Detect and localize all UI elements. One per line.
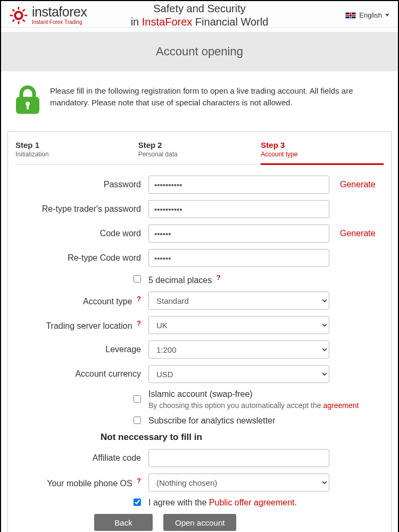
headline-line1: Safety and Security (153, 3, 245, 14)
public-offer-link[interactable]: Public offer agreement (209, 498, 295, 507)
brand-name: instaforex (32, 5, 87, 19)
help-mobile-os-icon[interactable]: ? (137, 477, 141, 485)
svg-rect-11 (27, 104, 29, 110)
step-sub: Initialization (15, 151, 138, 158)
islamic-agreement-link[interactable]: agreement (323, 401, 359, 410)
mobile-os-label: Your mobile phone OS (47, 479, 132, 488)
svg-rect-6 (12, 19, 15, 22)
svg-rect-8 (22, 19, 26, 22)
leverage-select[interactable]: 1:200 (148, 340, 329, 359)
decimal5-checkbox[interactable] (134, 275, 141, 282)
retype-codeword-input[interactable] (148, 249, 329, 267)
step-1[interactable]: Step 1 Initialization (15, 139, 138, 164)
agree-post: . (295, 498, 297, 507)
step-2[interactable]: Step 2 Personal data (138, 139, 261, 164)
account-type-label: Account type (83, 297, 132, 306)
svg-rect-4 (24, 14, 27, 16)
currency-select[interactable]: USD (148, 365, 329, 383)
page-title: Account opening (1, 32, 398, 71)
optional-section-heading: Not neccessary to fill in (101, 432, 384, 443)
account-type-select[interactable]: Standard (148, 292, 329, 310)
generate-codeword-link[interactable]: Generate (329, 229, 384, 238)
svg-rect-3 (10, 14, 13, 16)
svg-rect-2 (18, 21, 20, 23)
svg-rect-1 (18, 6, 20, 9)
password-input[interactable] (148, 176, 329, 194)
step-title: Step 3 (261, 140, 384, 149)
svg-rect-7 (12, 9, 15, 12)
chevron-down-icon (385, 14, 389, 16)
decimal5-label: 5 decimal places (148, 276, 212, 285)
leverage-label: Leverage (15, 345, 148, 354)
help-account-type-icon[interactable]: ? (137, 295, 141, 303)
open-account-button[interactable]: Open account (163, 514, 236, 531)
back-button[interactable]: Back (94, 514, 153, 531)
topbar: instaforex Instant Forex Trading Safety … (1, 1, 398, 28)
lock-icon (15, 85, 40, 117)
islamic-label: Islamic account (swap-free) (148, 389, 253, 398)
language-label: English (359, 11, 382, 19)
step-sub: Personal data (138, 151, 261, 158)
brand-slogan: Instant Forex Trading (32, 20, 87, 25)
islamic-note: By choosing this option you automaticall… (148, 401, 384, 410)
language-selector[interactable]: English (345, 11, 389, 19)
affiliate-input[interactable] (148, 449, 329, 467)
form-card: Step 1 Initialization Step 2 Personal da… (7, 131, 392, 532)
step-title: Step 2 (138, 140, 261, 149)
password-label: Password (15, 180, 148, 189)
retype-password-label: Re-type trader's password (15, 204, 148, 214)
currency-label: Account currency (15, 369, 148, 379)
newsletter-label: Subscribe for analytics newsletter (148, 416, 275, 426)
newsletter-checkbox[interactable] (134, 417, 141, 424)
retype-codeword-label: Re-type Code word (15, 253, 148, 263)
step-sub: Account type (261, 151, 384, 158)
codeword-input[interactable] (148, 225, 329, 243)
mobile-os-select[interactable]: (Nothing chosen) (148, 473, 329, 492)
intro-text: Please fill in the following registratio… (50, 85, 384, 109)
help-server-icon[interactable]: ? (137, 319, 141, 327)
svg-point-0 (15, 12, 22, 19)
brand-logo[interactable]: instaforex Instant Forex Trading (10, 5, 87, 25)
steps-nav: Step 1 Initialization Step 2 Personal da… (15, 139, 384, 165)
affiliate-label: Affiliate code (15, 453, 148, 463)
codeword-label: Code word (15, 229, 148, 238)
headline-brand: InstaForex (142, 16, 192, 28)
server-select[interactable]: UK (148, 316, 329, 334)
agree-checkbox[interactable] (134, 498, 141, 506)
gear-icon (10, 6, 28, 24)
headline-in: in (131, 16, 142, 28)
headline-post: Financial World (192, 16, 268, 28)
account-form: Password Generate Re-type trader's passw… (15, 176, 384, 531)
islamic-checkbox[interactable] (134, 395, 141, 403)
flag-uk-icon (345, 12, 356, 19)
generate-password-link[interactable]: Generate (329, 180, 384, 189)
retype-password-input[interactable] (148, 200, 329, 218)
intro: Please fill in the following registratio… (1, 71, 398, 131)
brand-text: instaforex Instant Forex Trading (32, 5, 87, 25)
help-decimal5-icon[interactable]: ? (217, 273, 221, 281)
agree-pre: I agree with the (148, 498, 209, 507)
header-headline: Safety and Security in InstaForex Financ… (131, 2, 269, 29)
step-3[interactable]: Step 3 Account type (261, 139, 384, 165)
svg-rect-5 (22, 9, 26, 12)
step-title: Step 1 (15, 140, 138, 149)
server-label: Trading server location (46, 321, 132, 330)
